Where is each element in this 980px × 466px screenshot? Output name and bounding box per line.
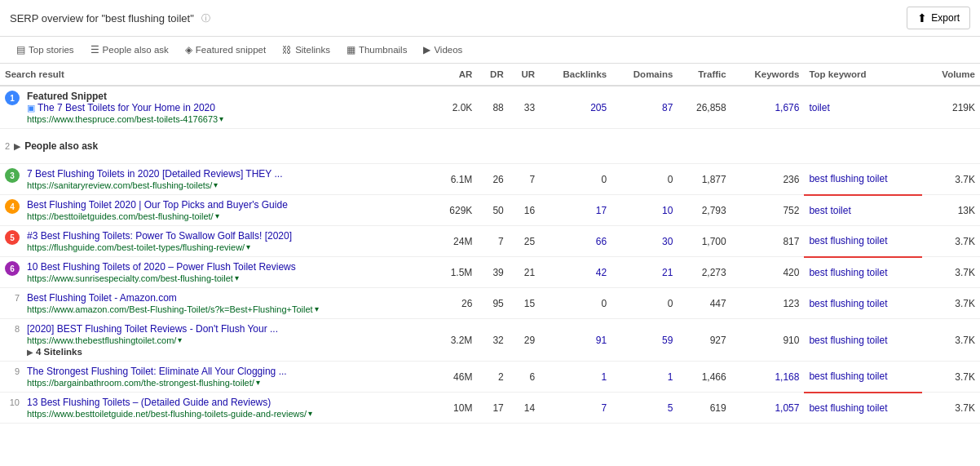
top-keyword-val[interactable]: best flushing toilet: [804, 226, 922, 257]
result-link[interactable]: The 7 Best Toilets for Your Home in 2020: [38, 102, 215, 113]
result-link[interactable]: Best Flushing Toilet 2020 | Our Top Pick…: [27, 199, 288, 211]
serp-table: Search result AR DR UR Backlinks Domains…: [0, 64, 980, 424]
domains-link[interactable]: 1: [668, 371, 673, 383]
result-link[interactable]: [2020] BEST Flushing Toilet Reviews - Do…: [27, 323, 278, 335]
backlinks-val[interactable]: 205: [540, 86, 611, 129]
keywords-val[interactable]: 910: [731, 319, 805, 362]
top-keyword-link[interactable]: best flushing toilet: [809, 371, 887, 382]
domains-val[interactable]: 59: [611, 319, 678, 362]
domains-val[interactable]: 5: [611, 393, 678, 424]
tab-thumbnails[interactable]: ▦ Thumbnails: [340, 42, 413, 58]
result-url: https://www.amazon.com/Best-Flushing-Toi…: [27, 304, 313, 314]
page-title: SERP overview for "best flushing toilet"…: [10, 12, 210, 24]
url-dropdown-icon[interactable]: ▾: [214, 180, 218, 189]
backlinks-val[interactable]: 66: [540, 226, 611, 257]
top-keyword-link[interactable]: best flushing toilet: [809, 298, 887, 309]
backlinks-link[interactable]: 1: [601, 371, 607, 383]
expand-arrow-icon[interactable]: ▶: [14, 141, 20, 152]
tab-videos[interactable]: ▶ Videos: [417, 42, 469, 58]
top-keyword-link[interactable]: best flushing toilet: [809, 267, 887, 278]
result-link[interactable]: 7 Best Flushing Toilets in 2020 [Detaile…: [27, 168, 283, 180]
col-volume: Volume: [922, 64, 980, 86]
backlinks-val[interactable]: 0: [540, 164, 611, 195]
domains-val[interactable]: 0: [611, 164, 678, 195]
sitelinks-expand-icon[interactable]: ▶: [27, 348, 33, 357]
top-keyword-link[interactable]: best flushing toilet: [809, 335, 887, 346]
tab-featured-snippet[interactable]: ◈ Featured snippet: [179, 42, 272, 58]
url-dropdown-icon[interactable]: ▾: [256, 378, 260, 387]
tab-people-also-ask[interactable]: ☰ People also ask: [84, 42, 175, 58]
url-dropdown-icon[interactable]: ▾: [315, 304, 319, 313]
keywords-val[interactable]: 752: [731, 195, 805, 226]
keywords-val[interactable]: 1,168: [731, 362, 805, 393]
backlinks-link[interactable]: 42: [596, 267, 607, 278]
sitelinks-icon: ⛓: [282, 45, 292, 55]
keywords-link[interactable]: 1,168: [775, 371, 799, 383]
domains-link[interactable]: 10: [662, 205, 673, 216]
keywords-val[interactable]: 123: [731, 288, 805, 319]
result-link[interactable]: 13 Best Flushing Toilets – (Detailed Gui…: [27, 397, 271, 408]
top-keyword-val[interactable]: best flushing toilet: [804, 319, 922, 362]
domains-val[interactable]: 1: [611, 362, 678, 393]
domains-val[interactable]: 21: [611, 257, 678, 288]
row-number: 7: [5, 293, 20, 303]
domains-link[interactable]: 21: [662, 267, 673, 278]
backlinks-val[interactable]: 17: [540, 195, 611, 226]
top-keyword-val[interactable]: toilet: [804, 86, 922, 129]
top-keyword-link[interactable]: best toilet: [809, 205, 850, 216]
top-keyword-val[interactable]: best flushing toilet: [804, 164, 922, 195]
backlinks-val[interactable]: 42: [540, 257, 611, 288]
top-keyword-val[interactable]: best flushing toilet: [804, 362, 922, 393]
url-dropdown-icon[interactable]: ▾: [219, 114, 223, 123]
keywords-val[interactable]: 817: [731, 226, 805, 257]
keywords-val[interactable]: 1,057: [731, 393, 805, 424]
tab-top-stories[interactable]: ▤ Top stories: [10, 42, 81, 58]
domains-val[interactable]: 10: [611, 195, 678, 226]
url-dropdown-icon[interactable]: ▾: [215, 211, 219, 220]
top-keyword-link[interactable]: best flushing toilet: [809, 402, 887, 414]
traffic-val: 26,858: [678, 86, 731, 129]
backlinks-link[interactable]: 205: [590, 102, 607, 113]
top-keyword-val[interactable]: best flushing toilet: [804, 257, 922, 288]
backlinks-link[interactable]: 7: [601, 402, 607, 414]
backlinks-val[interactable]: 1: [540, 362, 611, 393]
table-row: 5 #3 Best Flushing Toilets: Power To Swa…: [0, 226, 980, 257]
top-keyword-link[interactable]: toilet: [809, 102, 829, 113]
result-link[interactable]: 10 Best Flushing Toilets of 2020 – Power…: [27, 261, 296, 273]
result-link[interactable]: #3 Best Flushing Toilets: Power To Swall…: [27, 230, 292, 242]
keywords-val[interactable]: 420: [731, 257, 805, 288]
top-keyword-val[interactable]: best flushing toilet: [804, 288, 922, 319]
backlinks-link[interactable]: 91: [596, 335, 607, 346]
info-icon[interactable]: ⓘ: [201, 12, 210, 24]
backlinks-link[interactable]: 17: [596, 205, 607, 216]
keywords-link[interactable]: 1,057: [775, 402, 799, 414]
keywords-link[interactable]: 1,676: [775, 102, 799, 113]
domains-link[interactable]: 5: [668, 402, 673, 414]
url-dropdown-icon[interactable]: ▾: [246, 242, 250, 251]
top-keyword-link[interactable]: best flushing toilet: [809, 173, 887, 184]
keywords-val[interactable]: 1,676: [731, 86, 805, 129]
url-dropdown-icon[interactable]: ▾: [235, 273, 239, 282]
backlinks-val[interactable]: 91: [540, 319, 611, 362]
top-keyword-val[interactable]: best toilet: [804, 195, 922, 226]
tab-sitelinks[interactable]: ⛓ Sitelinks: [276, 42, 337, 57]
backlinks-link[interactable]: 66: [596, 236, 607, 247]
result-link[interactable]: The Strongest Flushing Toilet: Eliminate…: [27, 366, 287, 377]
ur-val: 7: [509, 164, 540, 195]
keywords-val[interactable]: 236: [731, 164, 805, 195]
export-button[interactable]: ⬆ Export: [907, 7, 970, 29]
backlinks-val[interactable]: 7: [540, 393, 611, 424]
top-keyword-link[interactable]: best flushing toilet: [809, 235, 887, 246]
domains-val[interactable]: 0: [611, 288, 678, 319]
domains-link[interactable]: 30: [662, 236, 673, 247]
domains-val[interactable]: 30: [611, 226, 678, 257]
url-dropdown-icon[interactable]: ▾: [308, 409, 312, 418]
domains-link[interactable]: 59: [662, 335, 673, 346]
domains-val[interactable]: 87: [611, 86, 678, 129]
backlinks-val[interactable]: 0: [540, 288, 611, 319]
top-keyword-val[interactable]: best flushing toilet: [804, 393, 922, 424]
url-dropdown-icon[interactable]: ▾: [178, 335, 182, 344]
domains-link[interactable]: 87: [662, 102, 673, 113]
result-link[interactable]: Best Flushing Toilet - Amazon.com: [27, 292, 177, 304]
num-badge: 7: [5, 292, 23, 304]
